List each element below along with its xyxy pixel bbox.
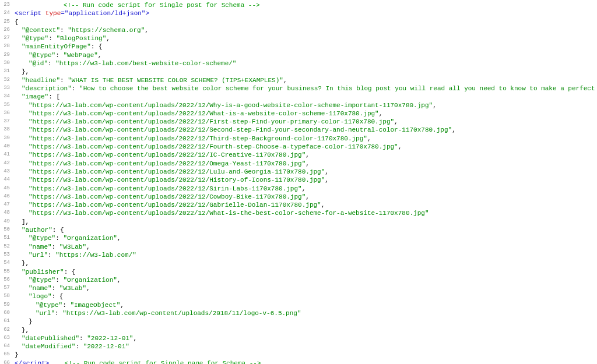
line-number: 37 xyxy=(0,118,15,125)
code-line[interactable]: 53"url": "https://w3-lab.com/" xyxy=(0,251,597,259)
line-content[interactable]: "url": "https://w3-lab.com/" xyxy=(15,251,597,259)
code-line[interactable]: 51"@type": "Organization", xyxy=(0,234,597,242)
line-number: 65 xyxy=(0,351,15,358)
line-content[interactable]: } xyxy=(15,317,597,326)
code-line[interactable]: 62}, xyxy=(0,326,597,334)
line-content[interactable]: "https://w3-lab.com/wp-content/uploads/2… xyxy=(15,101,597,109)
code-line[interactable]: 41"https://w3-lab.com/wp-content/uploads… xyxy=(0,151,597,159)
code-line[interactable]: 47"https://w3-lab.com/wp-content/uploads… xyxy=(0,201,597,209)
line-content[interactable]: "dateModified": "2022-12-01" xyxy=(15,342,597,351)
code-line[interactable]: 45"https://w3-lab.com/wp-content/uploads… xyxy=(0,185,597,193)
line-content[interactable]: "@type": "ImageObject", xyxy=(15,301,597,309)
line-content[interactable]: "@type": "Organization", xyxy=(15,276,597,284)
code-line[interactable]: 28"mainEntityOfPage": { xyxy=(0,43,597,51)
code-line[interactable]: 33"description": "How to choose the best… xyxy=(0,84,597,93)
line-content[interactable]: <script type="application/ld+json"> xyxy=(15,9,597,17)
line-content[interactable]: "author": { xyxy=(15,226,597,234)
line-content[interactable]: "logo": { xyxy=(15,292,597,301)
line-content[interactable]: "https://w3-lab.com/wp-content/uploads/2… xyxy=(15,201,597,209)
line-content[interactable]: "@id": "https://w3-lab.com/best-website-… xyxy=(15,59,597,68)
code-line[interactable]: 44"https://w3-lab.com/wp-content/uploads… xyxy=(0,176,597,184)
line-content[interactable]: "description": "How to choose the best w… xyxy=(15,84,597,93)
line-content[interactable]: "name": "W3Lab", xyxy=(15,284,597,292)
line-content[interactable]: "https://w3-lab.com/wp-content/uploads/2… xyxy=(15,109,597,118)
line-content[interactable]: "https://w3-lab.com/wp-content/uploads/2… xyxy=(15,118,597,126)
code-line[interactable]: 43"https://w3-lab.com/wp-content/uploads… xyxy=(0,168,597,176)
code-line[interactable]: 36"https://w3-lab.com/wp-content/uploads… xyxy=(0,109,597,118)
code-line[interactable]: 55"publisher": { xyxy=(0,268,597,276)
code-line[interactable]: 38"https://w3-lab.com/wp-content/uploads… xyxy=(0,126,597,134)
code-editor[interactable]: 23<!-- Run code script for Single post f… xyxy=(0,1,597,364)
code-line[interactable]: 46"https://w3-lab.com/wp-content/uploads… xyxy=(0,193,597,201)
code-line[interactable]: 23<!-- Run code script for Single post f… xyxy=(0,1,597,9)
line-content[interactable]: }, xyxy=(15,68,597,76)
line-content[interactable]: ], xyxy=(15,218,597,226)
line-content[interactable]: <!-- Run code script for Single post for… xyxy=(15,1,597,9)
code-line[interactable]: 35"https://w3-lab.com/wp-content/uploads… xyxy=(0,101,597,109)
line-content[interactable]: "headline": "WHAT IS THE BEST WEBSITE CO… xyxy=(15,76,597,84)
code-line[interactable]: 50"author": { xyxy=(0,226,597,234)
line-content[interactable]: "@type": "WebPage", xyxy=(15,51,597,59)
code-line[interactable]: 25{ xyxy=(0,18,597,26)
code-line[interactable]: 32"headline": "WHAT IS THE BEST WEBSITE … xyxy=(0,76,597,84)
line-content[interactable]: </script> <!-- Run code script for Singl… xyxy=(15,359,597,364)
code-line[interactable]: 40"https://w3-lab.com/wp-content/uploads… xyxy=(0,143,597,151)
line-number: 41 xyxy=(0,151,15,158)
line-content[interactable]: "publisher": { xyxy=(15,268,597,276)
code-line[interactable]: 34"image": [ xyxy=(0,93,597,101)
line-content[interactable]: "https://w3-lab.com/wp-content/uploads/2… xyxy=(15,160,597,168)
line-content[interactable]: "https://w3-lab.com/wp-content/uploads/2… xyxy=(15,135,597,143)
line-content[interactable]: "https://w3-lab.com/wp-content/uploads/2… xyxy=(15,143,597,151)
code-line[interactable]: 30"@id": "https://w3-lab.com/best-websit… xyxy=(0,59,597,68)
code-line[interactable]: 27"@type": "BlogPosting", xyxy=(0,34,597,43)
line-content[interactable]: "name": "W3Lab", xyxy=(15,243,597,251)
code-line[interactable]: 58"logo": { xyxy=(0,292,597,301)
code-line[interactable]: 56"@type": "Organization", xyxy=(0,276,597,284)
code-line[interactable]: 59"@type": "ImageObject", xyxy=(0,301,597,309)
line-content[interactable]: "datePublished": "2022-12-01", xyxy=(15,334,597,342)
line-content[interactable]: }, xyxy=(15,326,597,334)
code-line[interactable]: 65} xyxy=(0,351,597,359)
line-number: 62 xyxy=(0,326,15,334)
line-content[interactable]: "https://w3-lab.com/wp-content/uploads/2… xyxy=(15,151,597,159)
code-line[interactable]: 37"https://w3-lab.com/wp-content/uploads… xyxy=(0,118,597,126)
code-line[interactable]: 24<script type="application/ld+json"> xyxy=(0,9,597,17)
code-line[interactable]: 66</script> <!-- Run code script for Sin… xyxy=(0,359,597,364)
code-line[interactable]: 61} xyxy=(0,317,597,326)
code-line[interactable]: 64"dateModified": "2022-12-01" xyxy=(0,342,597,351)
line-content[interactable]: } xyxy=(15,351,597,359)
code-line[interactable]: 49], xyxy=(0,218,597,226)
code-line[interactable]: 42"https://w3-lab.com/wp-content/uploads… xyxy=(0,160,597,168)
code-line[interactable]: 29"@type": "WebPage", xyxy=(0,51,597,59)
line-content[interactable]: "https://w3-lab.com/wp-content/uploads/2… xyxy=(15,126,597,134)
line-content[interactable]: "https://w3-lab.com/wp-content/uploads/2… xyxy=(15,168,597,176)
line-number: 30 xyxy=(0,59,15,67)
code-line[interactable]: 52"name": "W3Lab", xyxy=(0,243,597,251)
line-number: 38 xyxy=(0,126,15,133)
line-content[interactable]: }, xyxy=(15,259,597,267)
code-line[interactable]: 31}, xyxy=(0,68,597,76)
line-number: 58 xyxy=(0,292,15,300)
line-number: 26 xyxy=(0,26,15,34)
code-line[interactable]: 60"url": "https://w3-lab.com/wp-content/… xyxy=(0,309,597,317)
code-line[interactable]: 63"datePublished": "2022-12-01", xyxy=(0,334,597,342)
code-line[interactable]: 48"https://w3-lab.com/wp-content/uploads… xyxy=(0,209,597,217)
code-line[interactable]: 26"@context": "https://schema.org", xyxy=(0,26,597,34)
code-line[interactable]: 57"name": "W3Lab", xyxy=(0,284,597,292)
line-content[interactable]: "mainEntityOfPage": { xyxy=(15,43,597,51)
line-number: 33 xyxy=(0,84,15,92)
line-content[interactable]: { xyxy=(15,18,597,26)
line-content[interactable]: "https://w3-lab.com/wp-content/uploads/2… xyxy=(15,176,597,184)
line-content[interactable]: "https://w3-lab.com/wp-content/uploads/2… xyxy=(15,193,597,201)
line-content[interactable]: "https://w3-lab.com/wp-content/uploads/2… xyxy=(15,209,597,217)
line-content[interactable]: "@context": "https://schema.org", xyxy=(15,26,597,34)
line-content[interactable]: "url": "https://w3-lab.com/wp-content/up… xyxy=(15,309,597,317)
line-content[interactable]: "https://w3-lab.com/wp-content/uploads/2… xyxy=(15,185,597,193)
line-content[interactable]: "image": [ xyxy=(15,93,597,101)
line-number: 23 xyxy=(0,1,15,9)
line-content[interactable]: "@type": "Organization", xyxy=(15,234,597,242)
code-line[interactable]: 39"https://w3-lab.com/wp-content/uploads… xyxy=(0,135,597,143)
code-line[interactable]: 54}, xyxy=(0,259,597,267)
line-content[interactable]: "@type": "BlogPosting", xyxy=(15,34,597,43)
line-number: 54 xyxy=(0,259,15,267)
